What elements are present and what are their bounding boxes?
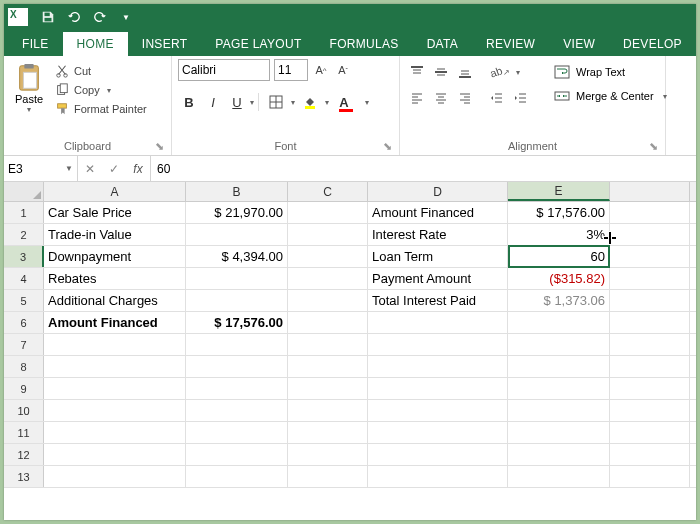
save-button[interactable] [36,6,60,28]
cell-E12[interactable] [508,444,610,465]
increase-indent-button[interactable] [510,87,532,109]
tab-page-layout[interactable]: PAGE LAYOUT [201,32,315,56]
cell-D8[interactable] [368,356,508,377]
row-header-7[interactable]: 7 [4,334,44,355]
font-launcher[interactable]: ⬊ [381,140,393,152]
row-header-2[interactable]: 2 [4,224,44,245]
cell-A3[interactable]: Downpayment [44,246,186,267]
col-header-E[interactable]: E [508,182,610,201]
col-header-B[interactable]: B [186,182,288,201]
cell-F8[interactable] [610,356,690,377]
cell-C6[interactable] [288,312,368,333]
cell-B1[interactable]: $ 21,970.00 [186,202,288,223]
row-header-8[interactable]: 8 [4,356,44,377]
cell-F3[interactable] [610,246,690,267]
orientation-button[interactable]: ab↗ [486,61,514,83]
cell-B7[interactable] [186,334,288,355]
cell-F13[interactable] [610,466,690,487]
cell-D10[interactable] [368,400,508,421]
row-header-13[interactable]: 13 [4,466,44,487]
row-header-9[interactable]: 9 [4,378,44,399]
merge-center-button[interactable]: Merge & Center▾ [548,85,673,107]
cell-C9[interactable] [288,378,368,399]
cell-B4[interactable] [186,268,288,289]
cell-A10[interactable] [44,400,186,421]
cell-F4[interactable] [610,268,690,289]
row-header-12[interactable]: 12 [4,444,44,465]
clipboard-launcher[interactable]: ⬊ [153,140,165,152]
cell-C2[interactable] [288,224,368,245]
cell-E4[interactable]: ($315.82) [508,268,610,289]
cell-B12[interactable] [186,444,288,465]
cell-B5[interactable] [186,290,288,311]
row-header-1[interactable]: 1 [4,202,44,223]
cell-D1[interactable]: Amount Financed [368,202,508,223]
cell-D11[interactable] [368,422,508,443]
cell-E2[interactable]: 3% [508,224,610,245]
row-header-4[interactable]: 4 [4,268,44,289]
underline-button[interactable]: U [226,91,248,113]
cell-F7[interactable] [610,334,690,355]
name-box[interactable]: E3▼ [4,156,78,181]
cell-C1[interactable] [288,202,368,223]
cell-A12[interactable] [44,444,186,465]
bold-button[interactable]: B [178,91,200,113]
tab-insert[interactable]: INSERT [128,32,202,56]
cell-A2[interactable]: Trade-in Value [44,224,186,245]
cell-B11[interactable] [186,422,288,443]
italic-button[interactable]: I [202,91,224,113]
cell-F10[interactable] [610,400,690,421]
align-middle-button[interactable] [430,61,452,83]
cell-B6[interactable]: $ 17,576.00 [186,312,288,333]
cell-D7[interactable] [368,334,508,355]
cell-E3[interactable]: 60 [508,246,610,267]
col-header-C[interactable]: C [288,182,368,201]
cell-A7[interactable] [44,334,186,355]
cell-F9[interactable] [610,378,690,399]
cell-D9[interactable] [368,378,508,399]
cell-A11[interactable] [44,422,186,443]
select-all-corner[interactable] [4,182,44,201]
increase-font-button[interactable]: A^ [312,59,330,81]
tab-review[interactable]: REVIEW [472,32,549,56]
cell-E11[interactable] [508,422,610,443]
cell-C4[interactable] [288,268,368,289]
cell-E5[interactable]: $ 1,373.06 [508,290,610,311]
cell-D12[interactable] [368,444,508,465]
col-header-A[interactable]: A [44,182,186,201]
cell-A6[interactable]: Amount Financed [44,312,186,333]
cell-D5[interactable]: Total Interest Paid [368,290,508,311]
cell-C7[interactable] [288,334,368,355]
borders-button[interactable] [263,91,289,113]
cell-E9[interactable] [508,378,610,399]
cell-C5[interactable] [288,290,368,311]
cell-F1[interactable] [610,202,690,223]
cell-A5[interactable]: Additional Charges [44,290,186,311]
cell-F12[interactable] [610,444,690,465]
cell-B10[interactable] [186,400,288,421]
align-top-button[interactable] [406,61,428,83]
cell-E7[interactable] [508,334,610,355]
cell-F11[interactable] [610,422,690,443]
cell-C3[interactable] [288,246,368,267]
cell-A4[interactable]: Rebates [44,268,186,289]
row-header-5[interactable]: 5 [4,290,44,311]
cell-D2[interactable]: Interest Rate [368,224,508,245]
cell-C11[interactable] [288,422,368,443]
format-painter-button[interactable]: Format Painter [52,100,150,118]
cell-C13[interactable] [288,466,368,487]
row-header-3[interactable]: 3 [4,246,44,267]
tab-file[interactable]: FILE [8,32,63,56]
redo-button[interactable] [88,6,112,28]
cell-D13[interactable] [368,466,508,487]
cell-E1[interactable]: $ 17,576.00 [508,202,610,223]
cell-B9[interactable] [186,378,288,399]
cell-C10[interactable] [288,400,368,421]
cell-E13[interactable] [508,466,610,487]
cell-E8[interactable] [508,356,610,377]
font-name-input[interactable] [178,59,270,81]
cell-F5[interactable] [610,290,690,311]
alignment-launcher[interactable]: ⬊ [647,140,659,152]
tab-data[interactable]: DATA [413,32,472,56]
decrease-font-button[interactable]: Aˇ [334,59,352,81]
